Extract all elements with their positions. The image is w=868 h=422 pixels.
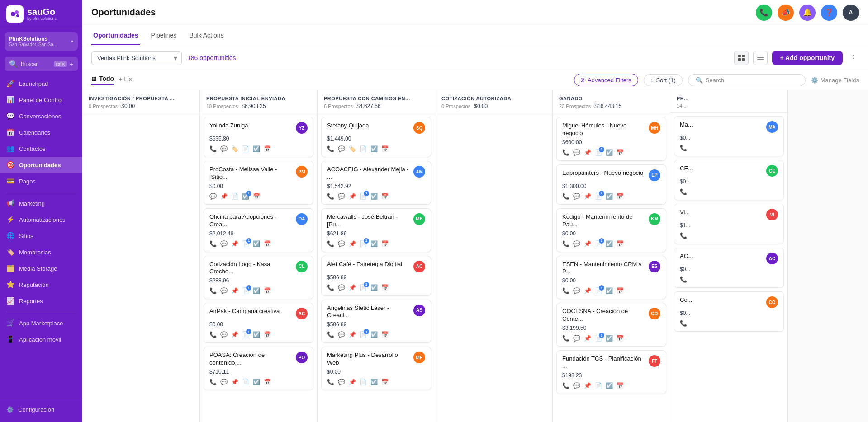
table-row[interactable]: Marketing Plus - Desarrollo Web MP $0.00…	[321, 347, 431, 390]
sidebar-item-movil[interactable]: 📱 Aplicación móvil	[0, 331, 82, 347]
table-row[interactable]: ESEN - Mantenimiento CRM y P... ES $0.00…	[556, 256, 666, 300]
avatar: FT	[649, 355, 660, 367]
card-icon: 📞	[562, 193, 569, 200]
help-button[interactable]: ❓	[821, 5, 837, 21]
table-row[interactable]: Mercawalls - José Beltrán - [Pu... MB $6…	[321, 208, 431, 252]
card-icon: 📄	[360, 145, 367, 152]
more-options-icon[interactable]: ⋮	[847, 51, 859, 65]
sidebar-item-calendarios[interactable]: 📅 Calendarios	[0, 124, 82, 141]
card-icons: 📞💬📌📄☑️📅	[209, 287, 308, 294]
table-row[interactable]: Kodigo - Mantenimiento de Pau... KM $0.0…	[556, 208, 666, 252]
table-row[interactable]: ACOACEIG - Alexander Mejia - ... AM $1,5…	[321, 161, 431, 205]
workspace-selector[interactable]: PlinKSolutions San Salvador, San Sa... ▾	[5, 32, 78, 51]
svg-point-2	[16, 14, 19, 17]
sidebar-item-media[interactable]: 🗂️ Media Storage	[0, 260, 82, 277]
card-icon: 📌	[349, 379, 356, 385]
user-avatar[interactable]: A	[843, 5, 859, 21]
search-plus-icon[interactable]: +	[70, 61, 73, 68]
table-row[interactable]: Vi... VI $1... 📞	[674, 204, 784, 244]
tab-pipelines[interactable]: Pipelines	[149, 26, 179, 45]
tab-list-add[interactable]: + List	[119, 75, 134, 84]
table-row[interactable]: CE... CE $0... 📞	[674, 160, 784, 200]
sidebar-item-panel[interactable]: 📊 Panel de Control	[0, 92, 82, 108]
card-icon: 📄	[595, 149, 602, 156]
card-icons: 📞	[680, 320, 778, 327]
table-row[interactable]: Oficina para Adopciones - Crea... OA $2,…	[204, 208, 313, 252]
sidebar-item-contactos[interactable]: 👥 Contactos	[0, 141, 82, 157]
card-top: Co... CO	[680, 296, 778, 308]
table-row[interactable]: COCESNA - Creación de Conte... CO $3,199…	[556, 303, 666, 347]
card-icon: 📅	[617, 193, 624, 200]
tab-all[interactable]: ⊞ Todo	[91, 75, 114, 85]
sidebar-item-oportunidades[interactable]: 🎯 Oportunidades	[0, 157, 82, 173]
card-icon: ☑️	[370, 145, 378, 152]
table-row[interactable]: Miguel Hércules - Nuevo negocio MH $600.…	[556, 117, 666, 161]
card-icon: 📅	[381, 193, 389, 200]
card-icons: 📞💬🏷️📄☑️📅	[209, 145, 308, 152]
sidebar-item-pagos[interactable]: 💳 Pagos	[0, 173, 82, 189]
card-icon: 💬	[338, 193, 345, 200]
manage-fields-button[interactable]: ⚙️ Manage Fields	[811, 77, 859, 84]
megaphone-button[interactable]: 📣	[778, 5, 794, 21]
card-icons: 📞💬📌📄☑️📅	[562, 382, 660, 389]
search-bar[interactable]: 🔍 Buscar ctrl K +	[5, 57, 78, 71]
sidebar-item-marketing[interactable]: 📢 Marketing	[0, 195, 82, 211]
table-row[interactable]: Yolinda Zuniga YZ $635.80 📞💬🏷️📄☑️📅	[204, 117, 313, 157]
card-icons: 📞💬📌📄☑️📅	[209, 240, 308, 247]
logo-text: sauGo	[27, 7, 57, 16]
svg-point-0	[11, 12, 15, 16]
table-row[interactable]: AirPak - Campaña creativa AC $0.00 📞💬📌📄☑…	[204, 303, 313, 343]
table-row[interactable]: Angelinas Stetic Láser - Creaci... AS $5…	[321, 300, 431, 343]
advanced-filters-button[interactable]: ⧖ Advanced Filters	[574, 74, 638, 86]
card-amount: $0...	[680, 266, 778, 272]
bell-button[interactable]: 🔔	[799, 5, 816, 21]
tab-bulk[interactable]: Bulk Actions	[187, 26, 225, 45]
search-magnifier-icon: 🔍	[696, 77, 703, 84]
sidebar-item-automatizaciones[interactable]: ⚡ Automatizaciones	[0, 211, 82, 228]
sidebar-item-marketplace[interactable]: 🛒 App Marketplace	[0, 315, 82, 331]
card-icon: 📞	[680, 188, 687, 195]
sort-button[interactable]: ↕ Sort (1)	[644, 74, 683, 86]
table-row[interactable]: Eapropainters - Nuevo negocio EP $1,300.…	[556, 164, 666, 205]
card-icons: 📞💬🏷️📄☑️📅	[327, 145, 425, 152]
table-row[interactable]: Fundación TCS - Planificación ... FT $19…	[556, 350, 666, 394]
card-icons: 📞💬📌📄☑️📅	[562, 287, 660, 294]
table-row[interactable]: Cotización Logo - Kasa Croche... CL $288…	[204, 256, 313, 300]
table-row[interactable]: ProCosta - Melissa Valle - [Sitio... PM …	[204, 161, 313, 205]
table-row[interactable]: Stefany Quijada SQ $1,449.00 📞💬🏷️📄☑️📅	[321, 117, 431, 157]
table-row[interactable]: AC... AC $0... 📞	[674, 248, 784, 288]
avatar: ES	[649, 261, 660, 272]
view-grid-button[interactable]	[734, 51, 749, 65]
sidebar-item-reputacion[interactable]: ⭐ Reputación	[0, 277, 82, 293]
table-row[interactable]: Co... CO $0... 📞	[674, 291, 784, 332]
sidebar-item-membresias[interactable]: 🏷️ Membresias	[0, 244, 82, 260]
card-icons: 📞💬📌📄☑️📅	[209, 331, 308, 338]
nav-divider-2	[6, 312, 76, 312]
col-header-ganado: GANADO 23 Prospectos $16,443.15	[553, 90, 670, 113]
view-list-button[interactable]	[753, 51, 768, 65]
table-row[interactable]: Ma... MA $0... 📞	[674, 116, 784, 156]
avatar: MH	[649, 122, 660, 134]
sidebar-item-launchpad[interactable]: 🚀 Launchpad	[0, 75, 82, 92]
col-meta-perdido: 14...	[677, 103, 781, 108]
table-row[interactable]: POASA: Creación de contenido,... PO $710…	[204, 347, 313, 390]
phone-button[interactable]: 📞	[756, 5, 772, 21]
add-opportunity-button[interactable]: + Add opportunity	[772, 51, 843, 65]
card-icon: 📞	[680, 276, 687, 283]
avatar: MP	[413, 352, 425, 363]
sidebar-item-reportes[interactable]: 📈 Reportes	[0, 293, 82, 309]
panel-icon: 📊	[6, 96, 14, 104]
contactos-label: Contactos	[19, 145, 46, 152]
table-row[interactable]: Alef Café - Estretegia Digitial AC $506.…	[321, 256, 431, 296]
sidebar-item-sitios[interactable]: 🌐 Sitios	[0, 228, 82, 244]
card-icon: 📌	[231, 379, 238, 385]
sidebar-item-conversaciones[interactable]: 💬 Conversaciones	[0, 108, 82, 124]
avatar: YZ	[296, 122, 308, 134]
card-icons: 📞💬📌📄☑️📅	[327, 284, 425, 291]
advanced-filters-label: Advanced Filters	[588, 77, 631, 84]
card-icon: 📌	[231, 240, 238, 247]
pipeline-select[interactable]: Ventas Plink Solutions	[91, 51, 182, 65]
search-input-wrapper[interactable]: 🔍 Search	[688, 74, 806, 86]
tab-oportunidades[interactable]: Oportunidades	[91, 26, 140, 45]
sidebar-item-configuracion[interactable]: ⚙️ Configuración	[6, 403, 76, 417]
